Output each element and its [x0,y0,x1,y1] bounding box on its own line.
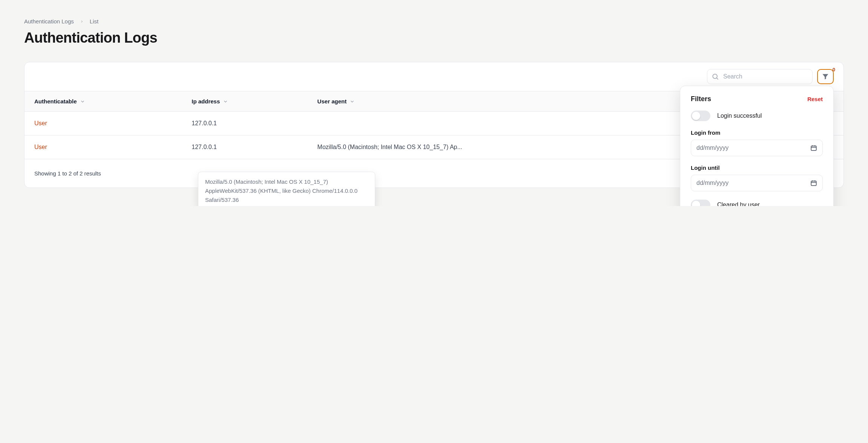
cell-user-agent: Mozilla/5.0 (Macintosh; Intel Mac OS X 1… [308,135,676,159]
toggle-label: Login successful [717,112,762,119]
login-until-input[interactable]: dd/mm/yyyy [691,175,823,191]
calendar-icon [810,145,817,151]
date-placeholder: dd/mm/yyyy [696,145,728,151]
filters-title: Filters [691,95,711,103]
toggle-login-successful[interactable] [691,111,710,121]
filters-popover: Filters Reset Login successful Login fro… [680,86,834,206]
search-icon [712,73,719,80]
filters-reset-button[interactable]: Reset [807,96,823,102]
col-label: User agent [317,98,347,105]
filter-button[interactable]: 0 [817,69,834,84]
svg-rect-6 [811,181,816,186]
login-until-label: Login until [691,165,823,171]
cell-ip: 127.0.0.1 [182,135,307,159]
toggle-label: Cleared by user [717,202,760,206]
calendar-icon [810,180,817,186]
chevron-right-icon [80,20,84,23]
svg-point-0 [713,74,717,78]
user-agent-tooltip: Mozilla/5.0 (Macintosh; Intel Mac OS X 1… [198,172,375,206]
chevron-down-icon [80,99,85,104]
col-ip[interactable]: Ip address [182,91,307,112]
toggle-cleared-by-user[interactable] [691,200,710,206]
col-user-agent[interactable]: User agent [308,91,676,112]
date-placeholder: dd/mm/yyyy [696,180,728,186]
filter-badge: 0 [833,67,835,72]
funnel-icon [822,73,829,80]
chevron-down-icon [350,99,355,104]
col-authenticatable[interactable]: Authenticatable [25,91,182,112]
cell-user-agent [308,112,676,135]
search-input[interactable] [707,69,813,84]
search-wrap [707,69,813,84]
results-summary: Showing 1 to 2 of 2 results [34,170,101,177]
svg-line-1 [717,78,718,80]
user-link[interactable]: User [34,120,47,126]
breadcrumb-leaf: List [90,18,98,25]
col-label: Ip address [192,98,220,105]
breadcrumb: Authentication Logs List [24,18,844,25]
table-panel: 0 Authenticatable Ip address [24,62,844,188]
user-link[interactable]: User [34,144,47,150]
breadcrumb-root[interactable]: Authentication Logs [24,18,74,25]
login-from-label: Login from [691,129,823,136]
login-from-input[interactable]: dd/mm/yyyy [691,140,823,156]
chevron-down-icon [223,99,228,104]
cell-ip: 127.0.0.1 [182,112,307,135]
svg-rect-2 [811,146,816,151]
col-label: Authenticatable [34,98,77,105]
page-title: Authentication Logs [24,30,844,46]
